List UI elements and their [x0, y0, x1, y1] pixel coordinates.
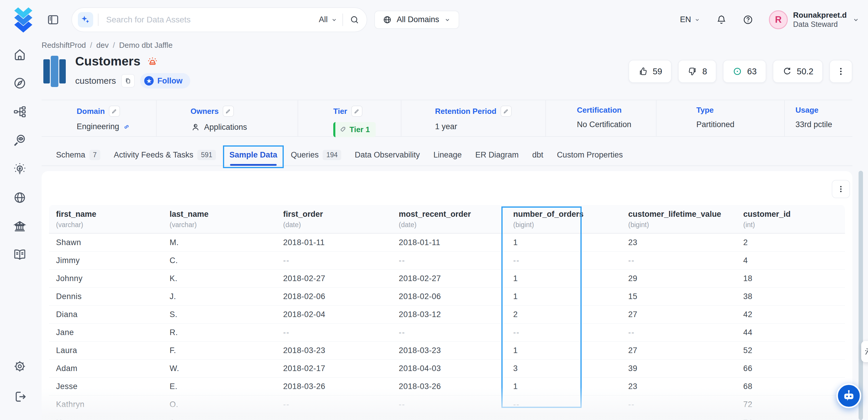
- tab-count-badge: 7: [89, 150, 100, 160]
- domain-value[interactable]: Engineering: [77, 122, 119, 131]
- table-cell: 68: [736, 378, 845, 395]
- globe-icon: [382, 15, 392, 25]
- edit-pencil-icon[interactable]: [109, 106, 120, 117]
- views-button[interactable]: 63: [723, 60, 766, 83]
- table-cell: 2018-02-06: [392, 288, 506, 305]
- tab-data-observability[interactable]: Data Observability: [355, 150, 420, 159]
- table-cell: Shawn: [49, 234, 162, 251]
- target-circle-icon: [732, 66, 742, 77]
- language-selector[interactable]: EN: [680, 15, 701, 24]
- star-icon: ★: [144, 76, 154, 86]
- breadcrumb-separator: /: [113, 41, 115, 50]
- observability-icon[interactable]: [13, 133, 27, 148]
- user-role: Data Steward: [793, 20, 847, 29]
- avatar: R: [769, 10, 788, 29]
- table-column-header[interactable]: most_recent_order (date): [392, 205, 506, 233]
- table-cell: 1: [506, 234, 621, 251]
- freshness-value: 50.2: [797, 67, 813, 77]
- all-domains-button[interactable]: All Domains: [374, 11, 459, 29]
- table-column-header[interactable]: first_name (varchar): [49, 205, 162, 233]
- user-name: Rounakpreet.d: [793, 10, 847, 20]
- tab-schema[interactable]: Schema 7: [56, 150, 100, 160]
- retention-value: 1 year: [435, 122, 457, 131]
- edit-pencil-icon[interactable]: [351, 106, 363, 117]
- table-more-menu-icon[interactable]: [832, 180, 850, 198]
- table-cell: 1: [506, 378, 621, 395]
- search-icon[interactable]: [349, 15, 360, 25]
- search-scope-dropdown[interactable]: All: [319, 15, 338, 24]
- chevron-down-icon: [444, 16, 451, 23]
- copy-icon[interactable]: [121, 74, 135, 88]
- tab-er-diagram[interactable]: ER Diagram: [475, 150, 519, 159]
- table-cell: 27: [621, 305, 736, 323]
- tab-activity-feeds[interactable]: Activity Feeds & Tasks 591: [114, 150, 216, 160]
- table-cell: --: [276, 251, 392, 269]
- search-input[interactable]: [106, 15, 319, 25]
- tab-custom-properties[interactable]: Custom Properties: [557, 150, 623, 159]
- glossary-book-icon[interactable]: [13, 248, 27, 262]
- table-cell: M.: [162, 234, 276, 251]
- table-cell: 1: [506, 341, 621, 359]
- topbar-right: EN R Rounakpreet.d Data Steward: [680, 10, 860, 29]
- edit-pencil-icon[interactable]: [223, 106, 234, 117]
- table-column-header[interactable]: customer_id (int): [736, 205, 845, 233]
- tier-badge[interactable]: Tier 1: [333, 122, 376, 137]
- property-certification: Certification No Certification: [546, 100, 656, 136]
- properties-band: Domain Engineering Owners: [41, 100, 852, 137]
- table-column-header[interactable]: customer_lifetime_value (bigint): [621, 205, 736, 233]
- table-cell: --: [506, 324, 621, 341]
- table-cell: Laura: [49, 341, 162, 359]
- table-column-header[interactable]: number_of_orders (bigint): [506, 205, 621, 233]
- table-body: ShawnM.2018-01-112018-01-111232 JimmyC.-…: [49, 234, 845, 420]
- table-cell: Diana: [49, 305, 162, 323]
- user-menu[interactable]: R Rounakpreet.d Data Steward: [769, 10, 860, 29]
- robot-icon: [841, 388, 857, 404]
- asset-header: Customers customers ★ Follow: [41, 53, 852, 89]
- globe-icon[interactable]: [13, 190, 27, 205]
- table-cell: 4: [736, 251, 845, 269]
- sidebar-toggle-icon[interactable]: [45, 13, 61, 26]
- edit-pencil-icon[interactable]: [500, 106, 512, 117]
- breadcrumb-database[interactable]: dev: [96, 41, 109, 50]
- chevron-down-icon: [852, 16, 860, 24]
- table-column-header[interactable]: first_order (date): [276, 205, 392, 233]
- breadcrumb: RedshiftProd / dev / Demo dbt Jaffle: [41, 41, 173, 50]
- lineage-icon[interactable]: [13, 105, 27, 119]
- table-cell: 18: [736, 270, 845, 287]
- settings-gear-icon[interactable]: [13, 359, 27, 373]
- home-icon[interactable]: [13, 48, 27, 62]
- freshness-button[interactable]: 50.2: [773, 60, 823, 83]
- chevron-down-icon: [331, 16, 338, 23]
- table-row: LauraF.2018-03-232018-03-2312752: [49, 341, 845, 360]
- tag-icon: [339, 126, 346, 133]
- table-cell: --: [621, 324, 736, 341]
- follow-button[interactable]: ★ Follow: [140, 73, 190, 88]
- help-icon[interactable]: [742, 14, 753, 25]
- downvotes-button[interactable]: 8: [678, 60, 716, 83]
- breadcrumb-separator: /: [90, 41, 92, 50]
- governance-bank-icon[interactable]: [13, 219, 27, 233]
- edge-floating-card[interactable]: [861, 341, 868, 362]
- breadcrumb-connection[interactable]: RedshiftProd: [41, 41, 86, 50]
- logout-icon[interactable]: [13, 390, 27, 404]
- compass-icon[interactable]: [13, 76, 27, 90]
- table-column-header[interactable]: last_name (varchar): [162, 205, 276, 233]
- top-bar: All All Domains EN: [0, 0, 868, 39]
- chatbot-button[interactable]: [836, 384, 861, 408]
- owners-value[interactable]: Applications: [204, 123, 247, 132]
- upvotes-button[interactable]: 59: [628, 60, 672, 83]
- tab-sample-data[interactable]: Sample Data: [229, 150, 277, 159]
- more-menu-icon[interactable]: [829, 60, 852, 83]
- breadcrumb-schema[interactable]: Demo dbt Jaffle: [119, 41, 173, 50]
- tab-queries[interactable]: Queries 194: [291, 150, 341, 160]
- global-search[interactable]: All: [71, 7, 367, 32]
- property-usage: Usage 33rd pctile: [785, 100, 852, 136]
- table-cell: 38: [736, 288, 845, 305]
- vertical-scrollbar[interactable]: [859, 171, 863, 420]
- alert-siren-icon[interactable]: [146, 55, 159, 67]
- notifications-bell-icon[interactable]: [716, 14, 727, 25]
- tab-dbt[interactable]: dbt: [532, 150, 544, 159]
- insights-bulb-icon[interactable]: [13, 162, 27, 176]
- tab-lineage[interactable]: Lineage: [433, 150, 462, 159]
- table-cell: 15: [621, 288, 736, 305]
